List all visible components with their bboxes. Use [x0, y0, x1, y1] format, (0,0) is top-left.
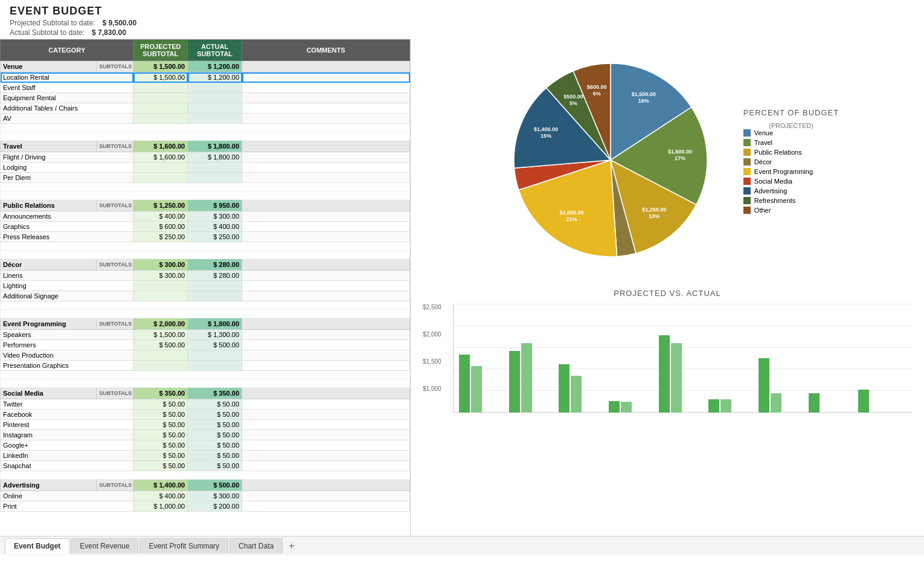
bar-group [858, 390, 906, 413]
tab-chart-data[interactable]: Chart Data [229, 538, 283, 553]
comments-cell [242, 410, 410, 420]
bar-projected [659, 335, 670, 413]
act-subtotal: $ 280.00 [188, 259, 242, 271]
subtotals-label: SUBTOTALS [97, 388, 133, 399]
comments-cell [242, 291, 410, 301]
item-name: Additional Tables / Chairs [1, 103, 133, 114]
proj-cell: $ 50.00 [133, 399, 188, 410]
item-name: Equipment Rental [1, 93, 133, 103]
proj-cell: $ 400.00 [133, 491, 188, 501]
bar-actual [771, 393, 781, 413]
bar-group [809, 393, 856, 413]
comments-cell [242, 480, 410, 491]
item-name: Announcements [1, 211, 133, 222]
subtotals-label: SUBTOTALS [97, 259, 133, 271]
bar-actual [671, 343, 682, 413]
pie-section: $1,500.0016%$1,600.0017%$1,250.0013%$2,0… [423, 45, 912, 277]
item-name: LinkedIn [1, 451, 133, 461]
comments-cell [242, 152, 410, 162]
bar-chart-title: PROJECTED vs. ACTUAL [423, 289, 912, 298]
comments-cell [242, 330, 410, 340]
tab-event-profit[interactable]: Event Profit Summary [140, 538, 228, 553]
act-cell: $ 50.00 [188, 430, 242, 440]
act-cell [188, 173, 242, 183]
bar-chart-area: $2,500 $2,000 $1,500 $1,000 [423, 304, 912, 425]
tab-event-budget[interactable]: Event Budget [5, 538, 69, 554]
act-cell [188, 361, 242, 371]
bar-projected [559, 364, 569, 413]
comments-cell [242, 281, 410, 291]
act-cell [188, 350, 242, 361]
comments-cell [242, 318, 410, 330]
comments-cell [242, 271, 410, 281]
item-name: AV [1, 114, 133, 124]
bar-projected [459, 355, 470, 413]
projected-value: $ 9,500.00 [102, 19, 136, 27]
comments-cell [242, 340, 410, 350]
act-cell: $ 50.00 [188, 410, 242, 420]
comments-cell [242, 420, 410, 430]
proj-subtotal: $ 350.00 [133, 388, 188, 399]
y-label-1500: $1,500 [423, 358, 441, 365]
empty-cell [1, 301, 410, 310]
bar-actual [720, 399, 731, 413]
section-name: Travel [1, 141, 97, 152]
act-subtotal: $ 500.00 [188, 480, 242, 491]
act-cell [188, 93, 242, 103]
proj-cell [133, 350, 188, 361]
proj-cell [133, 162, 188, 173]
act-cell [188, 291, 242, 301]
comments-cell [242, 72, 410, 83]
subtotals-label: SUBTOTALS [97, 318, 133, 330]
bar-actual [571, 376, 582, 413]
comments-cell [242, 451, 410, 461]
item-name: Per Diem [1, 173, 133, 183]
section-name: Public Relations [1, 200, 97, 211]
bar-group [708, 399, 756, 413]
empty-cell [1, 183, 410, 191]
act-cell: $ 500.00 [188, 340, 242, 350]
proj-cell [133, 114, 188, 124]
proj-cell [133, 291, 188, 301]
proj-cell [133, 281, 188, 291]
main-layout: CATEGORY PROJECTEDSUBTOTAL ACTUALSUBTOTA… [0, 39, 924, 536]
projected-header: PROJECTEDSUBTOTAL [133, 40, 188, 61]
proj-cell: $ 300.00 [133, 271, 188, 281]
proj-cell [133, 173, 188, 183]
subtotals-label: SUBTOTALS [97, 200, 133, 211]
comments-cell [242, 232, 410, 242]
proj-cell: $ 400.00 [133, 211, 188, 222]
legend-item: Other [743, 207, 839, 214]
tab-event-revenue[interactable]: Event Revenue [71, 538, 138, 553]
pie-chart-svg: $1,500.0016%$1,600.0017%$1,250.0013%$2,0… [496, 45, 725, 275]
proj-cell: $ 50.00 [133, 430, 188, 440]
empty-cell [1, 379, 410, 388]
comments-cell [242, 211, 410, 222]
comments-cell [242, 200, 410, 211]
comments-cell [242, 430, 410, 440]
act-subtotal: $ 950.00 [188, 200, 242, 211]
proj-subtotal: $ 2,000.00 [133, 318, 188, 330]
item-name: Location Rental [1, 72, 133, 83]
app-title: EVENT BUDGET [10, 5, 914, 18]
proj-cell: $ 50.00 [133, 461, 188, 471]
act-subtotal: $ 1,800.00 [188, 318, 242, 330]
pie-chart-subtitle: (PROJECTED) [743, 122, 839, 129]
proj-cell: $ 250.00 [133, 232, 188, 242]
actual-header: ACTUALSUBTOTAL [188, 40, 242, 61]
proj-cell: $ 500.00 [133, 340, 188, 350]
empty-cell [1, 191, 410, 200]
empty-cell [1, 242, 410, 251]
bar-projected [858, 390, 869, 413]
proj-cell: $ 1,000.00 [133, 501, 188, 512]
proj-subtotal: $ 1,250.00 [133, 200, 188, 211]
proj-cell: $ 1,500.00 [133, 330, 188, 340]
category-header: CATEGORY [1, 40, 133, 61]
spreadsheet-panel[interactable]: CATEGORY PROJECTEDSUBTOTAL ACTUALSUBTOTA… [0, 39, 411, 536]
legend-item: Event Programming [743, 168, 839, 175]
proj-subtotal: $ 300.00 [133, 259, 188, 271]
proj-subtotal: $ 1,500.00 [133, 61, 188, 72]
add-sheet-button[interactable]: + [284, 538, 299, 554]
proj-cell [133, 83, 188, 93]
act-cell [188, 281, 242, 291]
